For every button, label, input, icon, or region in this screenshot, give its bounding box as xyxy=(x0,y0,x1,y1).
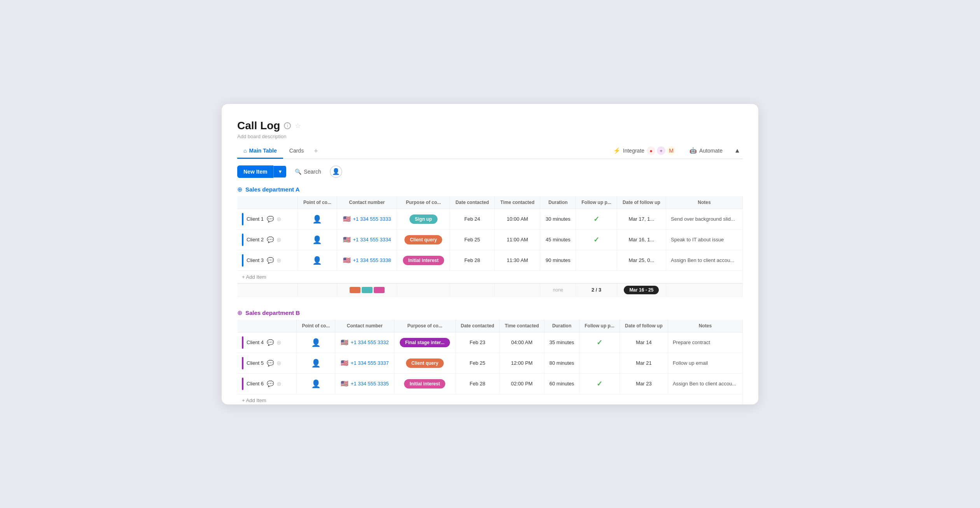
add-person-icon[interactable]: ⊕ xyxy=(276,257,282,264)
cell-point: 👤 xyxy=(297,332,335,353)
integrate-button[interactable]: ⚡ Integrate ● + M xyxy=(609,144,680,157)
tab-cards[interactable]: Cards xyxy=(283,144,310,159)
collapse-button[interactable]: ▲ xyxy=(732,145,743,156)
person-filter-button[interactable]: 👤 xyxy=(330,165,342,178)
cell-followup xyxy=(579,353,620,373)
home-icon: ⌂ xyxy=(243,148,247,154)
phone-number[interactable]: +1 334 555 3335 xyxy=(351,381,389,387)
col-date-b: Date contacted xyxy=(455,320,499,332)
cell-notes: Follow up email xyxy=(668,353,742,373)
purpose-badge[interactable]: Final stage inter... xyxy=(400,338,450,347)
search-button[interactable]: 🔍 Search xyxy=(289,165,326,178)
add-person-icon[interactable]: ⊕ xyxy=(276,236,282,243)
person-avatar[interactable]: 👤 xyxy=(311,380,321,388)
person-avatar[interactable]: 👤 xyxy=(312,215,322,223)
col-followup: Follow up p... xyxy=(576,196,617,209)
chevron-up-icon: ▲ xyxy=(734,147,740,154)
cell-phone: 🇺🇸 +1 334 555 3335 xyxy=(335,373,394,394)
summary-empty5 xyxy=(495,283,540,297)
cell-date: Feb 28 xyxy=(455,373,499,394)
comment-icon[interactable]: 💬 xyxy=(267,380,274,387)
group-a-table: Point of co... Contact number Purpose of… xyxy=(237,196,743,297)
phone-number[interactable]: +1 334 555 3333 xyxy=(353,216,391,222)
summary-empty xyxy=(237,283,298,297)
comment-icon[interactable]: 💬 xyxy=(267,257,274,264)
cell-duration: 35 minutes xyxy=(544,332,579,353)
cell-followup-date: Mar 16, 1... xyxy=(617,229,666,250)
info-icon[interactable]: i xyxy=(284,122,291,129)
group-a-title[interactable]: Sales department A xyxy=(245,186,300,193)
cell-notes: Prepare contract xyxy=(668,332,742,353)
board-description[interactable]: Add board description xyxy=(237,134,743,139)
phone-number[interactable]: +1 334 555 3332 xyxy=(351,339,389,345)
cell-name: Client 2 💬 ⊕ xyxy=(237,229,298,250)
group-b-section: ⊕ Sales department B Point of co... Cont… xyxy=(237,306,743,404)
cell-duration: 80 minutes xyxy=(544,353,579,373)
add-item-row[interactable]: + Add Item xyxy=(237,394,743,404)
person-avatar[interactable]: 👤 xyxy=(312,236,322,244)
cell-phone: 🇺🇸 +1 334 555 3334 xyxy=(337,229,397,250)
group-b-header: ⊕ Sales department B xyxy=(237,306,743,320)
purpose-badge[interactable]: Client query xyxy=(406,359,444,368)
add-person-icon[interactable]: ⊕ xyxy=(276,216,282,223)
person-avatar[interactable]: 👤 xyxy=(311,359,321,367)
automate-button[interactable]: 🤖 Automate xyxy=(685,145,727,156)
add-person-icon[interactable]: ⊕ xyxy=(276,360,282,367)
phone-number[interactable]: +1 334 555 3334 xyxy=(353,237,391,243)
purpose-badge[interactable]: Initial interest xyxy=(404,379,445,388)
col-contact: Contact number xyxy=(337,196,397,209)
new-item-main-button[interactable]: New Item xyxy=(237,165,273,178)
cell-name: Client 4 💬 ⊕ xyxy=(237,332,297,353)
group-b-title[interactable]: Sales department B xyxy=(245,309,300,316)
purpose-badge[interactable]: Client query xyxy=(404,235,442,244)
group-b-icon: ⊕ xyxy=(237,309,242,316)
integration-icon-3: M xyxy=(667,146,676,155)
person-avatar[interactable]: 👤 xyxy=(312,256,322,265)
col-notes: Notes xyxy=(666,196,743,209)
purpose-badge[interactable]: Sign up xyxy=(410,214,438,224)
comment-icon[interactable]: 💬 xyxy=(267,216,274,223)
summary-date-range: Mar 16 - 25 xyxy=(617,283,666,297)
comment-icon[interactable]: 💬 xyxy=(267,339,274,346)
phone-number[interactable]: +1 334 555 3338 xyxy=(353,257,391,263)
table-header-row: Point of co... Contact number Purpose of… xyxy=(237,196,743,209)
cell-name: Client 6 💬 ⊕ xyxy=(237,373,297,394)
tab-main-table[interactable]: ⌂ Main Table xyxy=(237,144,283,159)
check-icon: ✓ xyxy=(593,236,599,244)
comment-icon[interactable]: 💬 xyxy=(267,360,274,367)
col-name-b xyxy=(237,320,297,332)
cell-point: 👤 xyxy=(298,229,337,250)
tab-cards-label: Cards xyxy=(289,148,304,154)
table-row: Client 6 💬 ⊕ 👤 🇺🇸 +1 334 555 3335 Initia… xyxy=(237,373,743,394)
add-item-row[interactable]: + Add Item xyxy=(237,271,743,283)
phone-number[interactable]: +1 334 555 3337 xyxy=(351,360,389,366)
cell-time: 12:00 PM xyxy=(499,353,544,373)
cell-phone: 🇺🇸 +1 334 555 3338 xyxy=(337,250,397,271)
cell-purpose: Sign up xyxy=(397,209,450,229)
new-item-dropdown-button[interactable]: ▼ xyxy=(273,166,286,178)
cell-point: 👤 xyxy=(298,250,337,271)
col-contact-b: Contact number xyxy=(335,320,394,332)
cell-time: 02:00 PM xyxy=(499,373,544,394)
group-a-icon: ⊕ xyxy=(237,186,242,193)
cell-time: 04:00 AM xyxy=(499,332,544,353)
new-item-button[interactable]: New Item ▼ xyxy=(237,165,286,178)
purpose-badge[interactable]: Initial interest xyxy=(403,256,444,265)
check-icon: ✓ xyxy=(597,380,602,388)
tabs-row: ⌂ Main Table Cards + ⚡ Integrate ● + M 🤖… xyxy=(237,143,743,159)
add-person-icon[interactable]: ⊕ xyxy=(276,339,282,346)
comment-icon[interactable]: 💬 xyxy=(267,236,274,243)
person-avatar[interactable]: 👤 xyxy=(311,338,321,347)
add-person-icon[interactable]: ⊕ xyxy=(276,380,282,387)
add-item-cell[interactable]: + Add Item xyxy=(237,271,743,283)
cell-purpose: Client query xyxy=(394,353,455,373)
flag-icon: 🇺🇸 xyxy=(343,236,351,243)
col-date: Date contacted xyxy=(450,196,495,209)
tab-add-button[interactable]: + xyxy=(310,143,322,159)
cell-notes: Speak to IT about issue xyxy=(666,229,743,250)
cell-followup: ✓ xyxy=(576,209,617,229)
cell-followup xyxy=(576,250,617,271)
integration-icon-2: + xyxy=(657,146,665,155)
add-item-cell[interactable]: + Add Item xyxy=(237,394,743,404)
star-icon[interactable]: ☆ xyxy=(295,121,301,130)
